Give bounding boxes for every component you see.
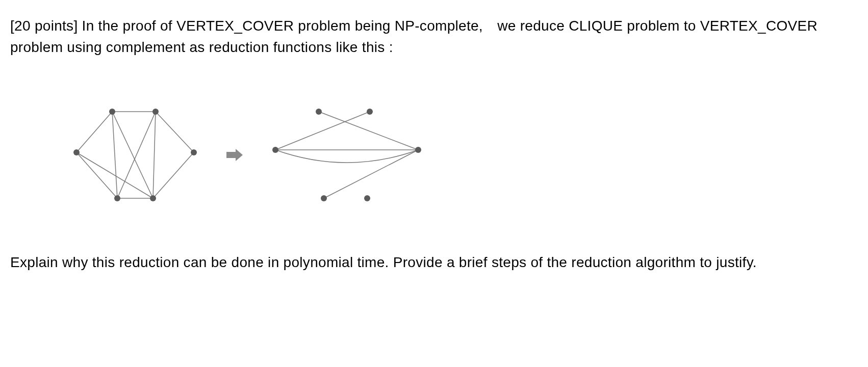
- svg-point-25: [321, 195, 327, 201]
- svg-point-26: [364, 195, 370, 201]
- svg-point-21: [316, 109, 322, 115]
- svg-line-10: [153, 152, 194, 198]
- svg-point-12: [152, 109, 159, 115]
- svg-line-1: [76, 112, 112, 152]
- svg-point-22: [367, 109, 373, 115]
- reduction-diagram: [61, 99, 858, 211]
- original-graph-icon: [61, 99, 209, 211]
- svg-line-7: [76, 152, 117, 198]
- svg-line-3: [112, 112, 153, 198]
- svg-line-4: [117, 112, 156, 198]
- svg-line-6: [156, 112, 194, 152]
- svg-point-15: [114, 195, 120, 201]
- svg-point-16: [150, 195, 156, 201]
- question-intro-text: [20 points] In the proof of VERTEX_COVER…: [10, 15, 858, 58]
- svg-line-5: [153, 112, 156, 198]
- svg-point-13: [73, 149, 80, 155]
- svg-line-17: [319, 112, 418, 150]
- svg-point-23: [272, 147, 278, 153]
- svg-point-11: [109, 109, 115, 115]
- svg-point-14: [191, 149, 197, 155]
- question-prompt-text: Explain why this reduction can be done i…: [10, 252, 858, 273]
- complement-graph-icon: [260, 99, 433, 211]
- svg-point-24: [415, 147, 421, 153]
- svg-line-2: [112, 112, 117, 198]
- arrow-icon: [224, 145, 245, 165]
- svg-line-18: [275, 112, 370, 150]
- svg-line-20: [324, 150, 418, 198]
